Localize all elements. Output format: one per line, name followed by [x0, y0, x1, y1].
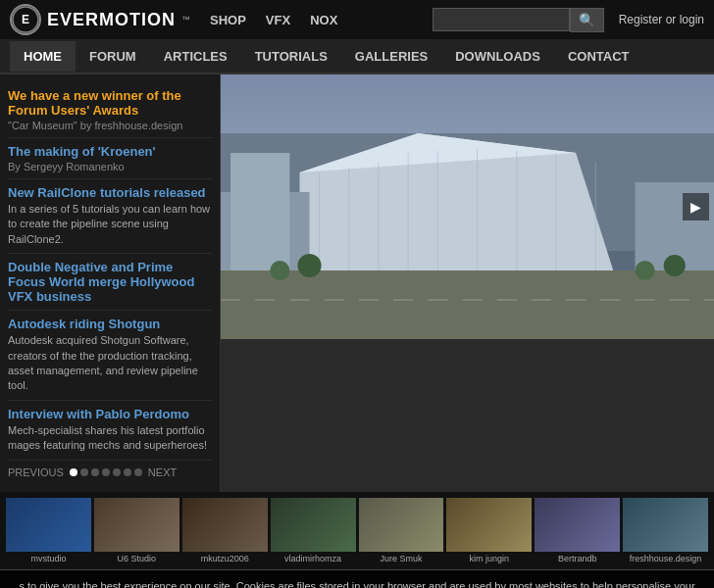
nav-contact[interactable]: CONTACT — [554, 41, 643, 72]
svg-point-19 — [270, 261, 289, 280]
nav-home[interactable]: HOME — [10, 41, 76, 72]
thumb-label-3: vladimirhomza — [271, 554, 356, 564]
thumb-label-7: freshhouse.design — [623, 554, 708, 564]
nav-forum[interactable]: FORUM — [76, 41, 150, 72]
search-button[interactable]: 🔍 — [570, 8, 604, 32]
main-content: We have a new winner of the Forum Users'… — [0, 74, 714, 492]
svg-point-22 — [664, 255, 686, 276]
thumb-img-5 — [446, 498, 532, 552]
dot-1[interactable] — [80, 468, 88, 476]
hero-scene: ▶ — [221, 74, 714, 339]
sidebar-title-4[interactable]: Autodesk riding Shotgun — [8, 317, 212, 331]
sidebar-item-0: We have a new winner of the Forum Users'… — [8, 82, 212, 138]
thumb-7[interactable]: freshhouse.design — [623, 498, 708, 564]
thumb-label-4: Jure Smuk — [359, 554, 444, 564]
logo-area: E EVERMOTION™ — [10, 4, 190, 35]
top-nav-vfx[interactable]: VFX — [266, 13, 290, 27]
dot-0[interactable] — [70, 468, 77, 476]
sidebar-title-5[interactable]: Interview with Pablo Perdomo — [8, 407, 212, 421]
cookie-banner: s to give you the best experience on our… — [0, 569, 714, 588]
main-nav: HOME FORUM ARTICLES TUTORIALS GALLERIES … — [0, 39, 714, 74]
thumb-img-0 — [6, 498, 91, 552]
dot-6[interactable] — [134, 468, 142, 476]
logo-text: EVERMOTION — [47, 10, 176, 30]
thumb-2[interactable]: mkutzu2006 — [182, 498, 268, 564]
thumb-5[interactable]: kim jungin — [446, 498, 532, 564]
top-bar: E EVERMOTION™ SHOP VFX NOX 🔍 Register or… — [0, 0, 714, 39]
prev-button[interactable]: PREVIOUS — [8, 466, 64, 478]
thumb-label-5: kim jungin — [446, 554, 532, 564]
register-link[interactable]: Register or login — [619, 13, 704, 26]
thumb-1[interactable]: U6 Studio — [94, 498, 179, 564]
thumb-0[interactable]: mvstudio — [6, 498, 91, 564]
sidebar-title-2[interactable]: New RailClone tutorials released — [8, 185, 212, 200]
thumb-6[interactable]: Bertrandb — [535, 498, 620, 564]
nav-articles[interactable]: ARTICLES — [150, 41, 241, 72]
thumb-label-2: mkutzu2006 — [182, 554, 268, 564]
hero-next-arrow[interactable]: ▶ — [683, 193, 709, 220]
sidebar-item-3: Double Negative and Prime Focus World me… — [8, 254, 212, 311]
sidebar-item-5: Interview with Pablo Perdomo Mech-specia… — [8, 401, 212, 461]
sidebar: We have a new winner of the Forum Users'… — [0, 74, 221, 492]
thumb-label-0: mvstudio — [6, 554, 91, 564]
sidebar-desc-5: Mech-specialist shares his latest portfo… — [8, 423, 212, 454]
svg-text:E: E — [22, 13, 29, 26]
sidebar-item-2: New RailClone tutorials released In a se… — [8, 179, 212, 254]
search-area: 🔍 — [433, 8, 604, 32]
hero-buildings-svg — [221, 74, 714, 339]
sidebar-subtitle-0: "Car Museum" by freshhouse.design — [8, 120, 212, 131]
sidebar-subtitle-1: By Sergeyy Romanenko — [8, 161, 212, 172]
sidebar-title-0[interactable]: We have a new winner of the Forum Users'… — [8, 88, 212, 118]
next-button[interactable]: NEXT — [148, 466, 177, 478]
svg-rect-17 — [221, 270, 714, 339]
sidebar-item-4: Autodesk riding Shotgun Autodesk acquire… — [8, 311, 212, 401]
nav-downloads[interactable]: DOWNLOADS — [441, 41, 554, 72]
logo-icon: E — [10, 4, 41, 35]
thumb-label-6: Bertrandb — [535, 554, 620, 564]
cookie-text: s to give you the best experience on our… — [19, 580, 694, 588]
sidebar-title-3[interactable]: Double Negative and Prime Focus World me… — [8, 260, 212, 304]
thumb-img-2 — [182, 498, 268, 552]
thumb-label-1: U6 Studio — [94, 554, 179, 564]
sidebar-title-1[interactable]: The making of 'Kroenen' — [8, 144, 212, 159]
dot-2[interactable] — [91, 468, 99, 476]
svg-point-21 — [636, 261, 655, 280]
thumb-img-3 — [271, 498, 356, 552]
thumbnails-row: mvstudio U6 Studio mkutzu2006 vladimirho… — [0, 492, 714, 569]
hero-image: ▶ — [221, 74, 714, 492]
sidebar-desc-2: In a series of 5 tutorials you can learn… — [8, 202, 212, 247]
top-nav-shop[interactable]: SHOP — [210, 13, 246, 27]
thumb-img-7 — [623, 498, 708, 552]
thumb-img-6 — [535, 498, 620, 552]
slide-dots — [70, 468, 142, 476]
svg-point-20 — [297, 254, 321, 277]
dot-4[interactable] — [113, 468, 121, 476]
top-nav: SHOP VFX NOX — [210, 13, 337, 27]
thumb-4[interactable]: Jure Smuk — [359, 498, 444, 564]
dot-3[interactable] — [102, 468, 110, 476]
thumb-img-4 — [359, 498, 444, 552]
search-input[interactable] — [433, 8, 570, 31]
top-nav-nox[interactable]: NOX — [310, 13, 337, 27]
thumb-img-1 — [94, 498, 179, 552]
nav-galleries[interactable]: GALLERIES — [341, 41, 441, 72]
sidebar-item-1: The making of 'Kroenen' By Sergeyy Roman… — [8, 138, 212, 179]
sidebar-desc-4: Autodesk acquired Shotgun Software, crea… — [8, 333, 212, 394]
nav-tutorials[interactable]: TUTORIALS — [241, 41, 341, 72]
slide-nav: PREVIOUS NEXT — [8, 461, 212, 484]
thumb-3[interactable]: vladimirhomza — [271, 498, 356, 564]
dot-5[interactable] — [124, 468, 131, 476]
